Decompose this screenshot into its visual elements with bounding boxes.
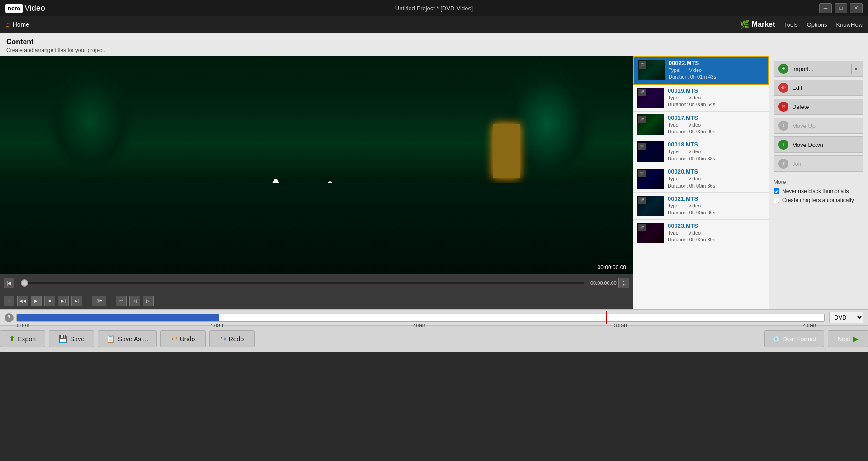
title-bar: nero Video Untitled Project * [DVD-Video…	[0, 0, 868, 16]
nero-logo: nero	[5, 4, 23, 13]
minimize-button[interactable]: ─	[819, 3, 832, 13]
file-thumbnail: 🎬	[638, 60, 665, 80]
multi-view-button[interactable]: ⊞▾	[92, 296, 106, 306]
content-title: Content	[6, 38, 862, 46]
disc-format-label: Disc Format	[783, 335, 816, 343]
divider	[111, 296, 111, 306]
file-meta: Type: Video Duration: 0h 02m 00s	[668, 122, 765, 136]
video-background	[0, 56, 633, 274]
storage-label-2: 2.0GB	[412, 323, 425, 328]
file-name: 00023.MTS	[668, 222, 765, 229]
storage-label-0: 0.0GB	[17, 323, 29, 328]
disc-format-select[interactable]: DVD	[829, 312, 863, 323]
menubar-right: 🌿 Market Tools Options KnowHow	[740, 19, 863, 29]
move-up-button[interactable]: ↑ Move Up	[774, 118, 863, 134]
import-button[interactable]: + Import... ▼	[774, 61, 863, 77]
file-list-item[interactable]: 🎬 00020.MTS Type: Video Duration: 0h 00m…	[633, 165, 769, 193]
transport-bar: |◀ 00:00:00.00 ▲▼	[0, 274, 633, 292]
end-button[interactable]: ▶|	[71, 296, 82, 306]
file-list-scroll[interactable]: 🎬 00022.MTS Type: Video Duration: 0h 01m…	[633, 56, 769, 309]
save-button[interactable]: 💾 Save	[49, 330, 94, 347]
play-button[interactable]: ▶	[31, 296, 42, 306]
next-frame-button[interactable]: ▶|	[58, 296, 69, 306]
options-menu[interactable]: Options	[807, 21, 827, 28]
undo-button[interactable]: ↩ Undo	[160, 330, 206, 347]
storage-bar: ? 0.0GB 1.0GB 2.0GB 3.0GB 4.0GB DVD	[0, 309, 868, 325]
import-label: Import...	[792, 66, 814, 72]
file-thumbnail: 🎬	[637, 169, 664, 189]
timecode-label: 00:00:00.00	[590, 280, 617, 286]
storage-filled	[17, 314, 219, 321]
file-list-item[interactable]: 🎬 00022.MTS Type: Video Duration: 0h 01m…	[633, 56, 769, 85]
select-tool[interactable]: ↕	[4, 296, 14, 306]
redo-button[interactable]: ↪ Redo	[209, 330, 255, 347]
file-list-item[interactable]: 🎬 00023.MTS Type: Video Duration: 0h 02m…	[633, 220, 769, 247]
next-button[interactable]: Next ▶	[828, 330, 868, 347]
market-label: Market	[752, 20, 775, 28]
join-button[interactable]: ⊞ Join	[774, 155, 863, 172]
scrubber-thumb[interactable]	[21, 279, 28, 287]
file-name: 00020.MTS	[668, 168, 765, 175]
scrubber[interactable]	[21, 282, 584, 284]
never-black-label: Never use black thumbnails	[782, 188, 849, 194]
save-label: Save	[70, 335, 85, 343]
file-info: 00022.MTS Type: Video Duration: 0h 01m 4…	[669, 60, 764, 81]
market-button[interactable]: 🌿 Market	[740, 19, 775, 29]
edit-button[interactable]: ✏ Edit	[774, 80, 863, 96]
create-chapters-checkbox[interactable]	[774, 198, 779, 203]
delete-button[interactable]: ⊖ Delete	[774, 99, 863, 115]
scene-decoration	[45, 65, 136, 178]
stop-button[interactable]: ■	[44, 296, 55, 306]
split-button[interactable]: ◁	[129, 296, 140, 306]
disc-format-button[interactable]: 💿 Disc Format	[764, 330, 824, 347]
never-black-checkbox[interactable]	[774, 188, 779, 194]
go-to-start-button[interactable]: |◀	[4, 278, 14, 288]
close-button[interactable]: ✕	[850, 3, 863, 13]
file-thumbnail: 🎬	[637, 141, 664, 162]
file-meta: Type: Video Duration: 0h 00m 36s	[668, 175, 765, 189]
never-black-row: Never use black thumbnails	[774, 188, 863, 194]
home-button[interactable]: ⌂ Home	[5, 20, 29, 28]
content-subtitle: Create and arrange titles for your proje…	[6, 47, 862, 53]
file-thumbnail: 🎬	[637, 114, 664, 135]
tools-menu[interactable]: Tools	[784, 21, 797, 28]
export-button[interactable]: ⬆ Export	[0, 330, 45, 347]
export-icon: ⬆	[9, 334, 15, 343]
file-thumbnail: 🎬	[637, 196, 664, 216]
edit-icon: ✏	[778, 83, 788, 93]
timecode-display: 00:00:00.00	[595, 263, 628, 272]
file-list-item[interactable]: 🎬 00019.MTS Type: Video Duration: 0h 00m…	[633, 85, 769, 112]
import-dropdown-arrow[interactable]: ▼	[851, 64, 859, 74]
edit-label: Edit	[792, 85, 802, 91]
film-icon: 🎬	[639, 61, 646, 69]
file-meta: Type: Video Duration: 0h 02m 30s	[668, 230, 765, 244]
home-icon: ⌂	[5, 20, 10, 28]
film-icon: 🎬	[638, 116, 646, 123]
delete-button[interactable]: ▷	[143, 296, 154, 306]
save-as-button[interactable]: 📋 Save As ...	[98, 330, 157, 347]
file-list-item[interactable]: 🎬 00021.MTS Type: Video Duration: 0h 00m…	[633, 193, 769, 220]
file-list-item[interactable]: 🎬 00018.MTS Type: Video Duration: 0h 00m…	[633, 138, 769, 165]
file-meta: Type: Video Duration: 0h 00m 36s	[668, 202, 765, 216]
prev-frame-button[interactable]: ◀◀	[17, 296, 28, 306]
film-icon: 🎬	[638, 143, 646, 150]
file-info: 00021.MTS Type: Video Duration: 0h 00m 3…	[668, 195, 765, 216]
help-button[interactable]: ?	[5, 313, 14, 322]
move-up-label: Move Up	[792, 122, 816, 129]
film-icon: 🎬	[638, 197, 646, 204]
maximize-button[interactable]: □	[835, 3, 847, 13]
knowhow-menu[interactable]: KnowHow	[836, 21, 863, 28]
next-label: Next	[837, 335, 850, 343]
file-list-panel: 🎬 00022.MTS Type: Video Duration: 0h 01m…	[633, 56, 769, 309]
move-down-button[interactable]: ↓ Move Down	[774, 136, 863, 153]
content-header: Content Create and arrange titles for yo…	[0, 33, 868, 56]
timecode-adjust[interactable]: ▲▼	[618, 278, 629, 288]
move-up-icon: ↑	[778, 121, 788, 131]
file-info: 00020.MTS Type: Video Duration: 0h 00m 3…	[668, 168, 765, 189]
export-label: Export	[18, 335, 36, 343]
file-thumbnail: 🎬	[637, 88, 664, 108]
scene-decoration	[493, 124, 520, 178]
file-info: 00017.MTS Type: Video Duration: 0h 02m 0…	[668, 114, 765, 136]
file-list-item[interactable]: 🎬 00017.MTS Type: Video Duration: 0h 02m…	[633, 112, 769, 139]
cut-button[interactable]: ✂	[116, 296, 127, 306]
